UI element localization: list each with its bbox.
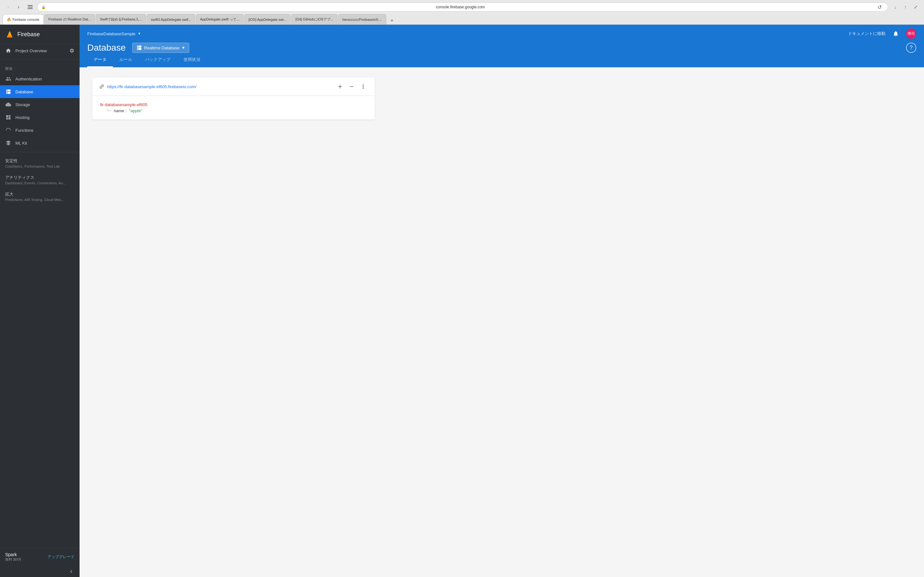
reload-button[interactable]: ↺ [875, 3, 884, 11]
tab-usage[interactable]: 使用状況 [177, 53, 207, 67]
tab-1-label: Firebase console [13, 18, 39, 21]
breadcrumb-dropdown-icon[interactable]: ▼ [137, 31, 141, 36]
analytics-title: アナリティクス [5, 175, 74, 181]
plan-name: Spark [5, 552, 21, 557]
browser-chrome: ‹ › 🔒 console.firebase.google.com ↺ ↓ ↑ … [0, 0, 924, 25]
settings-icon[interactable] [69, 48, 74, 53]
tab-4-label: swift3 AppDelegate.swif... [151, 18, 191, 21]
add-node-button[interactable] [335, 81, 345, 92]
sidebar-item-mlkit[interactable]: ML Kit [0, 137, 79, 149]
database-card: https://fir-databasesample-ef605.firebas… [92, 77, 375, 119]
sidebar-item-storage[interactable]: Storage [0, 98, 79, 111]
mlkit-icon [5, 140, 11, 146]
sidebar-item-project-overview[interactable]: Project Overview [0, 44, 79, 57]
hosting-icon [5, 114, 11, 121]
share-button[interactable]: ↑ [901, 3, 910, 11]
new-tab-button[interactable]: + [388, 17, 396, 24]
svg-rect-1 [27, 7, 33, 7]
tab-rules[interactable]: ルール [113, 53, 139, 67]
db-selector-arrow: ▼ [181, 45, 185, 50]
sidebar-item-functions-label: Functions [15, 128, 33, 133]
user-avatar[interactable]: 博司 [906, 29, 916, 39]
help-button[interactable]: ? [906, 43, 916, 53]
home-icon [5, 47, 11, 54]
browser-actions: ↓ ↑ ⤢ [891, 3, 920, 11]
expand-sub: Predictions, A/B Testing, Cloud Mes... [5, 198, 74, 201]
tab-8[interactable]: heroccccc/FirebaseioS:... [338, 14, 386, 24]
tab-3-label: Swiftで始めるFirebase入... [100, 17, 142, 22]
browser-tabs: 🔥 Firebase console Firebase の Realtime D… [0, 14, 924, 24]
content-body: https://fir-databasesample-ef605.firebas… [79, 67, 924, 577]
collapse-sidebar-button[interactable] [0, 566, 79, 577]
sidebar-item-mlkit-label: ML Kit [15, 141, 27, 145]
develop-section-label: 開発 [0, 63, 79, 73]
tab-2[interactable]: Firebase の Realtime Dat... [44, 14, 95, 24]
sidebar-item-hosting[interactable]: Hosting [0, 111, 79, 124]
tab-7-label: [Git] GitHubにiOSアプ... [296, 17, 333, 22]
link-icon [97, 82, 105, 90]
remove-node-button[interactable] [347, 81, 357, 92]
realtime-db-label: Realtime Database [144, 45, 180, 50]
breadcrumb: FirebaseDatabaseSample ▼ [87, 31, 141, 36]
sidebar-group-stability[interactable]: 安定性 Crashlytics, Performance, Test Lab [0, 155, 79, 171]
sidebar-toggle-button[interactable] [26, 3, 35, 11]
sidebar-item-authentication-label: Authentication [15, 77, 42, 81]
nav-buttons: ‹ › [4, 3, 23, 11]
tab-6-label: [iOS] AppDelegate.swi... [248, 18, 286, 21]
sidebar-divider-1 [0, 60, 79, 60]
address-bar[interactable]: 🔒 console.firebase.google.com ↺ [37, 3, 888, 11]
sidebar-group-analytics[interactable]: アナリティクス Dashboard, Events, Conversions, … [0, 171, 79, 188]
tab-data[interactable]: データ [87, 53, 113, 67]
upgrade-button[interactable]: アップグレード [47, 554, 74, 560]
storage-icon [5, 101, 11, 108]
db-root-key[interactable]: fir-databasesample-ef605 [100, 102, 147, 107]
url-text: console.firebase.google.com [48, 5, 873, 9]
sidebar-item-authentication[interactable]: Authentication [0, 73, 79, 85]
tab-7[interactable]: [Git] GitHubにiOSアプ... [291, 14, 338, 24]
more-options-button[interactable] [358, 81, 368, 92]
tab-firebase-console[interactable]: 🔥 Firebase console [3, 14, 44, 24]
sidebar-divider-2 [0, 152, 79, 152]
tab-5[interactable]: AppDelegate.swift って... [196, 14, 244, 24]
sidebar-header: Firebase [0, 25, 79, 44]
notification-button[interactable] [891, 29, 901, 39]
db-url-link[interactable]: https://fir-databasesample-ef605.firebas… [99, 84, 332, 89]
forward-button[interactable]: › [14, 3, 23, 11]
sidebar-group-expand[interactable]: 拡大 Predictions, A/B Testing, Cloud Mes..… [0, 188, 79, 205]
doc-link[interactable]: ドキュメントに移動 [848, 31, 885, 37]
svg-rect-2 [27, 8, 33, 9]
tab-3[interactable]: Swiftで始めるFirebase入... [95, 14, 146, 24]
sidebar-bottom: Spark 無料 $0/月 アップグレード [0, 548, 79, 566]
fullscreen-button[interactable]: ⤢ [911, 3, 920, 11]
db-field-separator: : [126, 108, 128, 113]
tab-2-label: Firebase の Realtime Dat... [48, 17, 91, 22]
tab-6[interactable]: [iOS] AppDelegate.swi... [244, 14, 291, 24]
db-card-header: https://fir-databasesample-ef605.firebas… [92, 77, 375, 96]
plan-price: 無料 $0/月 [5, 557, 21, 562]
plan-details: Spark 無料 $0/月 [5, 552, 21, 562]
stability-title: 安定性 [5, 158, 74, 164]
sidebar-item-functions[interactable]: Functions [0, 124, 79, 137]
tab-4[interactable]: swift3 AppDelegate.swif... [147, 14, 195, 24]
sidebar-item-storage-label: Storage [15, 102, 30, 107]
realtime-db-selector[interactable]: Realtime Database ▼ [132, 43, 189, 53]
content-header: FirebaseDatabaseSample ▼ ドキュメントに移動 博司 Da… [79, 25, 924, 67]
db-field-value-name: "apple" [129, 108, 142, 113]
sidebar-item-project-overview-label: Project Overview [15, 48, 47, 53]
sidebar-item-database[interactable]: Database [0, 85, 79, 98]
tab-backup[interactable]: バックアップ [139, 53, 177, 67]
database-icon [5, 89, 11, 95]
sidebar-item-hosting-label: Hosting [15, 115, 29, 120]
back-button[interactable]: ‹ [4, 3, 13, 11]
tab-1-favicon: 🔥 [7, 18, 11, 21]
header-main: Database Realtime Database ▼ ? [87, 43, 916, 53]
db-field-key-name[interactable]: name [113, 108, 124, 113]
header-actions: ドキュメントに移動 博司 [848, 29, 916, 39]
functions-icon [5, 127, 11, 133]
breadcrumb-project: FirebaseDatabaseSample [87, 31, 136, 36]
browser-toolbar: ‹ › 🔒 console.firebase.google.com ↺ ↓ ↑ … [0, 0, 924, 14]
tab-5-label: AppDelegate.swift って... [200, 17, 240, 22]
db-child-row-name: └─ name : "apple" [107, 108, 367, 113]
download-button[interactable]: ↓ [891, 3, 900, 11]
content-tabs: データ ルール バックアップ 使用状況 [87, 53, 916, 67]
